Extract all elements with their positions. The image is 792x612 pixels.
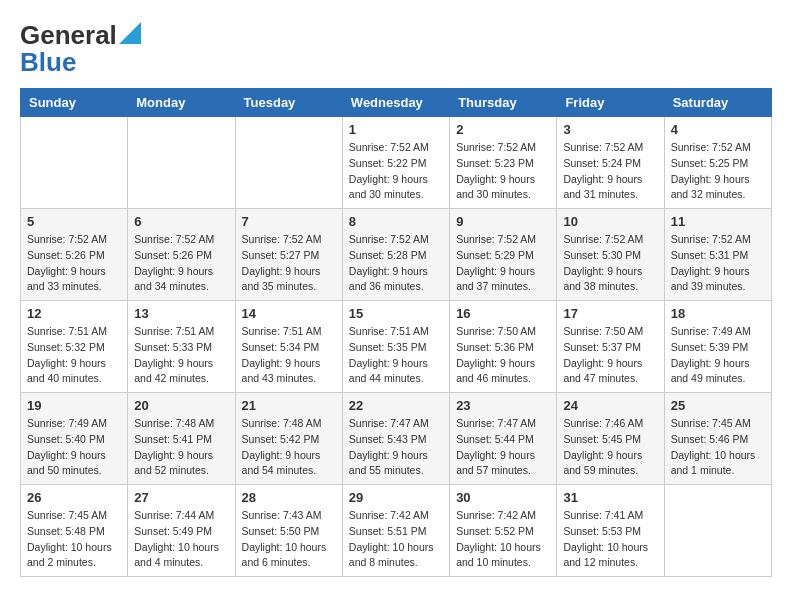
day-number: 29	[349, 490, 443, 505]
day-number: 24	[563, 398, 657, 413]
cell-content: Sunrise: 7:52 AMSunset: 5:28 PMDaylight:…	[349, 232, 443, 295]
day-number: 23	[456, 398, 550, 413]
calendar-cell: 16Sunrise: 7:50 AMSunset: 5:36 PMDayligh…	[450, 301, 557, 393]
calendar-cell: 13Sunrise: 7:51 AMSunset: 5:33 PMDayligh…	[128, 301, 235, 393]
day-number: 1	[349, 122, 443, 137]
day-number: 14	[242, 306, 336, 321]
cell-content: Sunrise: 7:44 AMSunset: 5:49 PMDaylight:…	[134, 508, 228, 571]
calendar-cell: 5Sunrise: 7:52 AMSunset: 5:26 PMDaylight…	[21, 209, 128, 301]
calendar-week-row: 12Sunrise: 7:51 AMSunset: 5:32 PMDayligh…	[21, 301, 772, 393]
day-number: 12	[27, 306, 121, 321]
day-number: 25	[671, 398, 765, 413]
logo-blue: Blue	[20, 47, 76, 78]
day-number: 5	[27, 214, 121, 229]
day-number: 2	[456, 122, 550, 137]
cell-content: Sunrise: 7:45 AMSunset: 5:48 PMDaylight:…	[27, 508, 121, 571]
calendar-cell: 11Sunrise: 7:52 AMSunset: 5:31 PMDayligh…	[664, 209, 771, 301]
day-number: 19	[27, 398, 121, 413]
cell-content: Sunrise: 7:52 AMSunset: 5:23 PMDaylight:…	[456, 140, 550, 203]
calendar-cell: 14Sunrise: 7:51 AMSunset: 5:34 PMDayligh…	[235, 301, 342, 393]
cell-content: Sunrise: 7:52 AMSunset: 5:25 PMDaylight:…	[671, 140, 765, 203]
cell-content: Sunrise: 7:45 AMSunset: 5:46 PMDaylight:…	[671, 416, 765, 479]
day-number: 15	[349, 306, 443, 321]
calendar-cell: 3Sunrise: 7:52 AMSunset: 5:24 PMDaylight…	[557, 117, 664, 209]
cell-content: Sunrise: 7:46 AMSunset: 5:45 PMDaylight:…	[563, 416, 657, 479]
calendar-cell: 8Sunrise: 7:52 AMSunset: 5:28 PMDaylight…	[342, 209, 449, 301]
weekday-header: Wednesday	[342, 89, 449, 117]
day-number: 27	[134, 490, 228, 505]
cell-content: Sunrise: 7:47 AMSunset: 5:44 PMDaylight:…	[456, 416, 550, 479]
cell-content: Sunrise: 7:52 AMSunset: 5:22 PMDaylight:…	[349, 140, 443, 203]
calendar-cell: 18Sunrise: 7:49 AMSunset: 5:39 PMDayligh…	[664, 301, 771, 393]
cell-content: Sunrise: 7:52 AMSunset: 5:27 PMDaylight:…	[242, 232, 336, 295]
calendar-table: SundayMondayTuesdayWednesdayThursdayFrid…	[20, 88, 772, 577]
cell-content: Sunrise: 7:49 AMSunset: 5:40 PMDaylight:…	[27, 416, 121, 479]
calendar-week-row: 1Sunrise: 7:52 AMSunset: 5:22 PMDaylight…	[21, 117, 772, 209]
day-number: 8	[349, 214, 443, 229]
cell-content: Sunrise: 7:51 AMSunset: 5:34 PMDaylight:…	[242, 324, 336, 387]
day-number: 31	[563, 490, 657, 505]
calendar-cell: 20Sunrise: 7:48 AMSunset: 5:41 PMDayligh…	[128, 393, 235, 485]
calendar-cell: 19Sunrise: 7:49 AMSunset: 5:40 PMDayligh…	[21, 393, 128, 485]
calendar-cell: 1Sunrise: 7:52 AMSunset: 5:22 PMDaylight…	[342, 117, 449, 209]
cell-content: Sunrise: 7:50 AMSunset: 5:37 PMDaylight:…	[563, 324, 657, 387]
day-number: 18	[671, 306, 765, 321]
day-number: 11	[671, 214, 765, 229]
cell-content: Sunrise: 7:42 AMSunset: 5:52 PMDaylight:…	[456, 508, 550, 571]
cell-content: Sunrise: 7:52 AMSunset: 5:26 PMDaylight:…	[27, 232, 121, 295]
weekday-header: Saturday	[664, 89, 771, 117]
calendar-cell: 24Sunrise: 7:46 AMSunset: 5:45 PMDayligh…	[557, 393, 664, 485]
calendar-cell	[664, 485, 771, 577]
cell-content: Sunrise: 7:48 AMSunset: 5:41 PMDaylight:…	[134, 416, 228, 479]
cell-content: Sunrise: 7:52 AMSunset: 5:31 PMDaylight:…	[671, 232, 765, 295]
day-number: 7	[242, 214, 336, 229]
calendar-cell: 12Sunrise: 7:51 AMSunset: 5:32 PMDayligh…	[21, 301, 128, 393]
calendar-cell	[21, 117, 128, 209]
calendar-cell: 25Sunrise: 7:45 AMSunset: 5:46 PMDayligh…	[664, 393, 771, 485]
calendar-cell: 7Sunrise: 7:52 AMSunset: 5:27 PMDaylight…	[235, 209, 342, 301]
logo-icon	[119, 22, 141, 44]
cell-content: Sunrise: 7:51 AMSunset: 5:33 PMDaylight:…	[134, 324, 228, 387]
calendar-cell: 6Sunrise: 7:52 AMSunset: 5:26 PMDaylight…	[128, 209, 235, 301]
header-row: SundayMondayTuesdayWednesdayThursdayFrid…	[21, 89, 772, 117]
weekday-header: Monday	[128, 89, 235, 117]
day-number: 17	[563, 306, 657, 321]
calendar-cell: 4Sunrise: 7:52 AMSunset: 5:25 PMDaylight…	[664, 117, 771, 209]
day-number: 3	[563, 122, 657, 137]
day-number: 28	[242, 490, 336, 505]
calendar-cell: 21Sunrise: 7:48 AMSunset: 5:42 PMDayligh…	[235, 393, 342, 485]
day-number: 13	[134, 306, 228, 321]
day-number: 9	[456, 214, 550, 229]
day-number: 30	[456, 490, 550, 505]
cell-content: Sunrise: 7:42 AMSunset: 5:51 PMDaylight:…	[349, 508, 443, 571]
logo: General Blue	[20, 20, 141, 78]
svg-marker-0	[119, 22, 141, 44]
cell-content: Sunrise: 7:52 AMSunset: 5:26 PMDaylight:…	[134, 232, 228, 295]
day-number: 22	[349, 398, 443, 413]
cell-content: Sunrise: 7:52 AMSunset: 5:30 PMDaylight:…	[563, 232, 657, 295]
cell-content: Sunrise: 7:51 AMSunset: 5:32 PMDaylight:…	[27, 324, 121, 387]
cell-content: Sunrise: 7:51 AMSunset: 5:35 PMDaylight:…	[349, 324, 443, 387]
calendar-cell: 27Sunrise: 7:44 AMSunset: 5:49 PMDayligh…	[128, 485, 235, 577]
day-number: 10	[563, 214, 657, 229]
calendar-week-row: 26Sunrise: 7:45 AMSunset: 5:48 PMDayligh…	[21, 485, 772, 577]
calendar-cell: 17Sunrise: 7:50 AMSunset: 5:37 PMDayligh…	[557, 301, 664, 393]
calendar-cell: 2Sunrise: 7:52 AMSunset: 5:23 PMDaylight…	[450, 117, 557, 209]
calendar-cell	[128, 117, 235, 209]
calendar-cell: 28Sunrise: 7:43 AMSunset: 5:50 PMDayligh…	[235, 485, 342, 577]
weekday-header: Friday	[557, 89, 664, 117]
day-number: 20	[134, 398, 228, 413]
day-number: 21	[242, 398, 336, 413]
day-number: 6	[134, 214, 228, 229]
cell-content: Sunrise: 7:52 AMSunset: 5:29 PMDaylight:…	[456, 232, 550, 295]
calendar-cell: 26Sunrise: 7:45 AMSunset: 5:48 PMDayligh…	[21, 485, 128, 577]
day-number: 26	[27, 490, 121, 505]
calendar-week-row: 19Sunrise: 7:49 AMSunset: 5:40 PMDayligh…	[21, 393, 772, 485]
calendar-cell: 31Sunrise: 7:41 AMSunset: 5:53 PMDayligh…	[557, 485, 664, 577]
page-header: General Blue	[20, 20, 772, 78]
day-number: 16	[456, 306, 550, 321]
cell-content: Sunrise: 7:41 AMSunset: 5:53 PMDaylight:…	[563, 508, 657, 571]
calendar-cell: 22Sunrise: 7:47 AMSunset: 5:43 PMDayligh…	[342, 393, 449, 485]
calendar-cell: 23Sunrise: 7:47 AMSunset: 5:44 PMDayligh…	[450, 393, 557, 485]
cell-content: Sunrise: 7:43 AMSunset: 5:50 PMDaylight:…	[242, 508, 336, 571]
